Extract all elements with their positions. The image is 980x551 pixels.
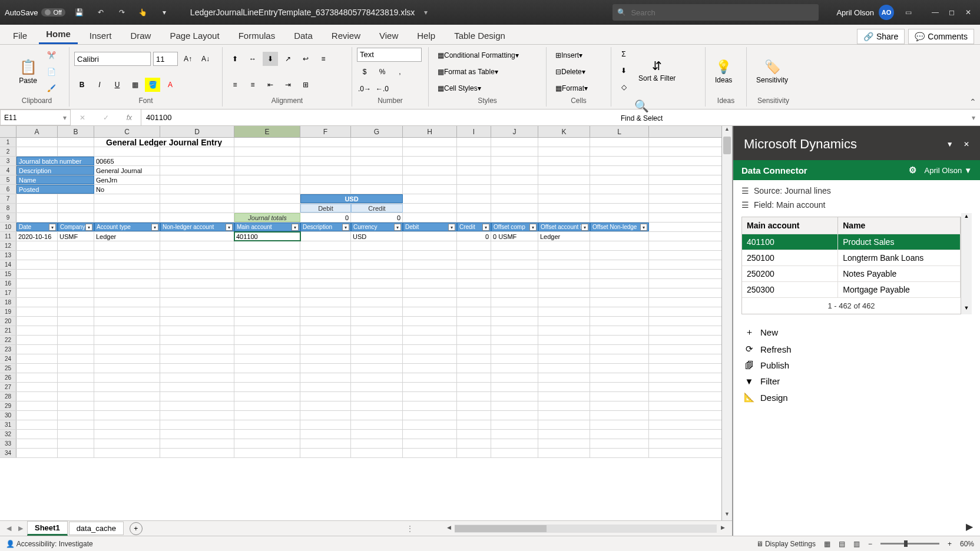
th-acct-type[interactable]: Account type (94, 223, 160, 231)
cell[interactable] (94, 383, 160, 391)
cell[interactable] (58, 317, 94, 326)
cell[interactable] (58, 194, 94, 203)
cell[interactable] (403, 336, 457, 344)
cell[interactable] (351, 364, 403, 373)
lookup-row[interactable]: 250100Longterm Bank Loans (742, 250, 961, 265)
cell[interactable] (300, 411, 351, 420)
cell[interactable] (590, 317, 649, 326)
cell[interactable] (590, 307, 649, 316)
th-debit[interactable]: Debit (403, 223, 457, 231)
cell[interactable] (300, 449, 351, 457)
cell[interactable] (457, 401, 491, 410)
cell[interactable] (300, 354, 351, 363)
cell[interactable] (403, 307, 457, 316)
pane-menu-icon[interactable]: ▼ (946, 140, 953, 148)
cell[interactable] (234, 307, 300, 316)
scroll-right-icon[interactable]: ▶ (718, 525, 727, 533)
cell[interactable] (457, 411, 491, 420)
cell[interactable] (457, 279, 491, 288)
cell[interactable] (160, 204, 234, 213)
cell[interactable] (403, 166, 457, 175)
debit-header[interactable]: Debit (300, 204, 351, 213)
cell[interactable] (351, 298, 403, 307)
lookup-scrollbar[interactable]: ▲ ▼ (961, 213, 972, 314)
cell[interactable] (590, 439, 649, 448)
cell[interactable] (234, 326, 300, 335)
cell[interactable] (234, 345, 300, 354)
font-name-select[interactable] (74, 52, 151, 66)
copy-icon[interactable]: 📄 (44, 65, 59, 79)
cell[interactable] (538, 270, 590, 278)
cell[interactable] (403, 138, 457, 147)
col-F[interactable]: F (300, 126, 351, 137)
row-header[interactable]: 6 (0, 185, 16, 194)
comments-button[interactable]: 💬 Comments (908, 29, 974, 44)
align-middle-icon[interactable]: ↔ (245, 52, 260, 66)
tab-draw[interactable]: Draw (123, 27, 158, 44)
cell[interactable] (351, 383, 403, 391)
cell[interactable] (160, 185, 234, 194)
cell[interactable] (491, 279, 538, 288)
select-all-corner[interactable] (0, 126, 16, 137)
cell[interactable] (160, 420, 234, 429)
cell[interactable] (590, 288, 649, 297)
th-date[interactable]: Date (16, 223, 58, 231)
cell[interactable] (538, 260, 590, 269)
wrap-text-icon[interactable]: ↩ (298, 52, 313, 66)
cell[interactable] (234, 392, 300, 401)
cell[interactable] (351, 166, 403, 175)
row-header[interactable]: 24 (0, 354, 16, 363)
cell[interactable] (403, 449, 457, 457)
cell[interactable] (58, 288, 94, 297)
cell[interactable] (403, 298, 457, 307)
sheet-nav-first-icon[interactable]: ◀ (4, 525, 14, 532)
action-publish[interactable]: 🗐Publish (741, 357, 972, 373)
tab-review[interactable]: Review (325, 27, 368, 44)
cell[interactable] (58, 260, 94, 269)
cell[interactable] (160, 194, 234, 203)
cell[interactable] (234, 373, 300, 382)
th-nonledger[interactable]: Non-ledger account (160, 223, 234, 231)
cell[interactable] (590, 175, 649, 184)
minimize-icon[interactable]: — (928, 5, 942, 19)
action-refresh[interactable]: ⟳Refresh (741, 341, 972, 357)
cell[interactable] (403, 194, 457, 203)
cell[interactable] (457, 430, 491, 439)
fx-icon[interactable]: fx (127, 114, 132, 122)
credit-header[interactable]: Credit (351, 204, 403, 213)
cell[interactable] (234, 439, 300, 448)
cell[interactable] (351, 430, 403, 439)
cell[interactable] (58, 336, 94, 344)
row-header[interactable]: 17 (0, 288, 16, 297)
cell[interactable] (160, 260, 234, 269)
merge-button[interactable]: ⊞ (298, 78, 313, 92)
decrease-font-icon[interactable]: A↓ (198, 52, 213, 66)
cell[interactable] (538, 213, 590, 222)
value-desc[interactable]: General Journal (94, 166, 160, 175)
cell[interactable] (58, 430, 94, 439)
row-header[interactable]: 28 (0, 392, 16, 401)
col-C[interactable]: C (94, 126, 160, 137)
delete-cells-button[interactable]: ⊟ Delete ▾ (551, 65, 590, 79)
cell[interactable] (16, 411, 58, 420)
cell[interactable] (403, 260, 457, 269)
tab-view[interactable]: View (372, 27, 405, 44)
cell[interactable] (457, 383, 491, 391)
cell[interactable] (16, 392, 58, 401)
cell[interactable] (538, 157, 590, 165)
cell[interactable] (58, 251, 94, 260)
percent-icon[interactable]: % (375, 65, 390, 79)
lookup-scroll-down-icon[interactable]: ▼ (961, 305, 972, 314)
total-credit[interactable]: 0 (351, 213, 403, 222)
journal-totals[interactable]: Journal totals (234, 213, 300, 222)
row-header[interactable]: 3 (0, 157, 16, 165)
cell[interactable] (234, 354, 300, 363)
cell[interactable] (16, 326, 58, 335)
cell[interactable] (351, 373, 403, 382)
cell[interactable] (234, 336, 300, 344)
cell[interactable] (491, 373, 538, 382)
cell[interactable] (457, 345, 491, 354)
cell[interactable] (351, 185, 403, 194)
increase-font-icon[interactable]: A↑ (180, 52, 196, 66)
cell[interactable] (538, 430, 590, 439)
